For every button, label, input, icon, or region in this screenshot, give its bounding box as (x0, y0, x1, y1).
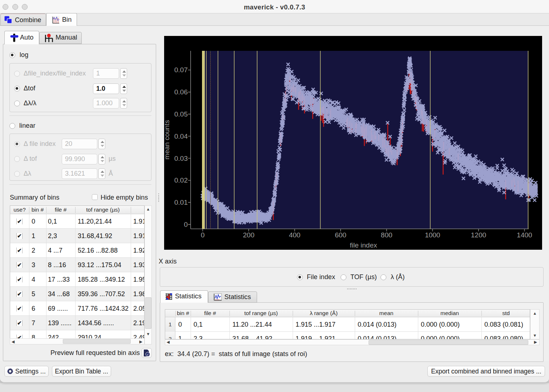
svg-text:0: 0 (184, 221, 188, 228)
svg-text:0.05: 0.05 (174, 110, 188, 118)
svg-text:200: 200 (243, 231, 255, 239)
svg-text:mean counts: mean counts (164, 120, 171, 160)
svg-text:0.03: 0.03 (174, 155, 188, 162)
svg-text:400: 400 (289, 231, 301, 239)
svg-text:0.07: 0.07 (174, 66, 188, 74)
svg-text:800: 800 (381, 231, 393, 239)
svg-text:file index: file index (350, 241, 377, 249)
svg-text:0.02: 0.02 (174, 176, 188, 184)
svg-text:0.04: 0.04 (174, 132, 188, 140)
svg-text:1200: 1200 (471, 231, 486, 239)
svg-text:1000: 1000 (425, 231, 440, 239)
svg-text:0.06: 0.06 (174, 88, 188, 96)
svg-text:600: 600 (335, 231, 346, 239)
svg-text:✓: ✓ (146, 353, 149, 356)
svg-text:0: 0 (201, 231, 205, 239)
svg-text:0.01: 0.01 (174, 199, 188, 206)
svg-text:1400: 1400 (517, 231, 532, 239)
